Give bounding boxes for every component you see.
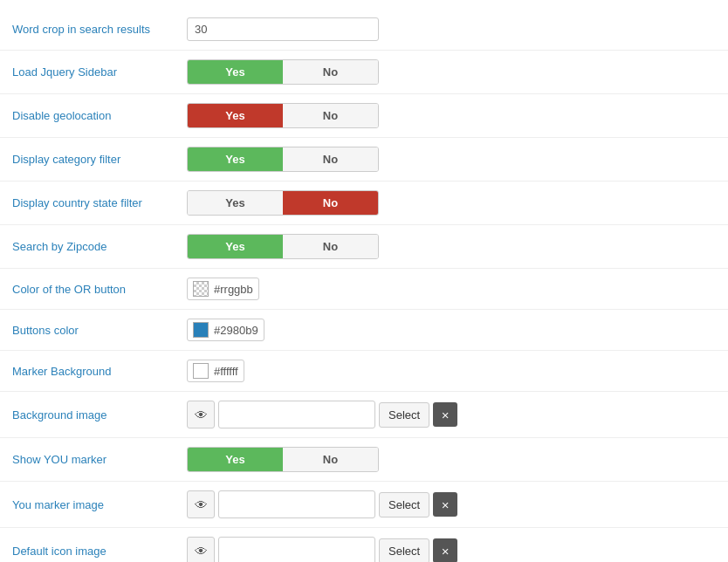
select-button-background-image[interactable]: Select bbox=[379, 402, 429, 428]
toggle-no-disable-geolocation[interactable]: No bbox=[283, 104, 378, 127]
row-display-country: Display country state filterYesNo bbox=[0, 182, 728, 225]
file-input-you-marker-image[interactable] bbox=[218, 490, 375, 518]
control-word-crop bbox=[175, 9, 728, 51]
label-disable-geolocation: Disable geolocation bbox=[0, 94, 175, 138]
toggle-yes-search-zipcode[interactable]: Yes bbox=[188, 235, 283, 258]
eye-button-default-icon-image[interactable]: 👁 bbox=[187, 537, 215, 562]
label-load-jquery: Load Jquery Sidebar bbox=[0, 51, 175, 94]
control-or-button-color: #rrggbb bbox=[175, 269, 728, 310]
label-background-image: Background image bbox=[0, 392, 175, 438]
color-value-marker-background: #ffffff bbox=[214, 365, 238, 378]
toggle-group-show-you-marker: YesNo bbox=[187, 447, 379, 472]
select-button-default-icon-image[interactable]: Select bbox=[379, 538, 429, 563]
settings-table: Word crop in search resultsLoad Jquery S… bbox=[0, 9, 728, 562]
file-row-you-marker-image: 👁Select× bbox=[187, 490, 457, 518]
label-marker-background: Marker Background bbox=[0, 351, 175, 392]
control-background-image: 👁Select× bbox=[175, 392, 728, 438]
row-load-jquery: Load Jquery SidebarYesNo bbox=[0, 51, 728, 94]
file-input-background-image[interactable] bbox=[218, 401, 375, 428]
toggle-group-display-category: YesNo bbox=[187, 147, 379, 172]
toggle-yes-disable-geolocation[interactable]: Yes bbox=[188, 104, 283, 127]
control-marker-background: #ffffff bbox=[175, 351, 728, 392]
toggle-yes-display-category[interactable]: Yes bbox=[188, 147, 283, 171]
row-buttons-color: Buttons color#2980b9 bbox=[0, 310, 728, 351]
label-default-icon-image: Default icon image bbox=[0, 528, 175, 563]
control-display-country: YesNo bbox=[175, 182, 728, 225]
label-search-zipcode: Search by Zipcode bbox=[0, 225, 175, 269]
toggle-group-load-jquery: YesNo bbox=[187, 59, 379, 85]
close-button-background-image[interactable]: × bbox=[433, 402, 457, 427]
row-word-crop: Word crop in search results bbox=[0, 9, 728, 51]
row-you-marker-image: You marker image👁Select× bbox=[0, 482, 728, 528]
row-background-image: Background image👁Select× bbox=[0, 392, 728, 438]
toggle-group-disable-geolocation: YesNo bbox=[187, 103, 379, 128]
control-default-icon-image: 👁Select× bbox=[175, 528, 728, 563]
toggle-no-show-you-marker[interactable]: No bbox=[283, 448, 378, 471]
close-button-you-marker-image[interactable]: × bbox=[433, 492, 457, 517]
control-load-jquery: YesNo bbox=[175, 51, 728, 94]
toggle-group-display-country: YesNo bbox=[187, 190, 379, 216]
control-search-zipcode: YesNo bbox=[175, 225, 728, 269]
label-show-you-marker: Show YOU marker bbox=[0, 438, 175, 482]
color-swatch-buttons-color bbox=[193, 322, 209, 338]
eye-button-you-marker-image[interactable]: 👁 bbox=[187, 490, 215, 518]
row-show-you-marker: Show YOU markerYesNo bbox=[0, 438, 728, 482]
color-value-buttons-color: #2980b9 bbox=[214, 324, 258, 337]
control-buttons-color: #2980b9 bbox=[175, 310, 728, 351]
control-disable-geolocation: YesNo bbox=[175, 94, 728, 138]
color-swatch-or-button-color bbox=[193, 281, 209, 297]
control-show-you-marker: YesNo bbox=[175, 438, 728, 482]
row-display-category: Display category filterYesNo bbox=[0, 138, 728, 182]
toggle-no-display-category[interactable]: No bbox=[283, 147, 378, 171]
color-row-or-button-color[interactable]: #rrggbb bbox=[187, 278, 259, 300]
label-or-button-color: Color of the OR button bbox=[0, 269, 175, 310]
eye-button-background-image[interactable]: 👁 bbox=[187, 401, 215, 428]
row-disable-geolocation: Disable geolocationYesNo bbox=[0, 94, 728, 138]
row-or-button-color: Color of the OR button#rrggbb bbox=[0, 269, 728, 310]
color-row-buttons-color[interactable]: #2980b9 bbox=[187, 319, 264, 341]
row-search-zipcode: Search by ZipcodeYesNo bbox=[0, 225, 728, 269]
toggle-yes-load-jquery[interactable]: Yes bbox=[188, 60, 283, 84]
close-button-default-icon-image[interactable]: × bbox=[433, 538, 457, 562]
toggle-no-search-zipcode[interactable]: No bbox=[283, 235, 378, 258]
color-value-or-button-color: #rrggbb bbox=[214, 283, 253, 296]
label-word-crop: Word crop in search results bbox=[0, 9, 175, 51]
color-row-marker-background[interactable]: #ffffff bbox=[187, 360, 244, 382]
label-buttons-color: Buttons color bbox=[0, 310, 175, 351]
toggle-no-display-country[interactable]: No bbox=[283, 191, 378, 215]
control-display-category: YesNo bbox=[175, 138, 728, 182]
color-swatch-marker-background bbox=[193, 363, 209, 379]
toggle-yes-show-you-marker[interactable]: Yes bbox=[188, 448, 283, 471]
file-row-default-icon-image: 👁Select× bbox=[187, 537, 457, 562]
toggle-group-search-zipcode: YesNo bbox=[187, 234, 379, 259]
label-display-category: Display category filter bbox=[0, 138, 175, 182]
select-button-you-marker-image[interactable]: Select bbox=[379, 492, 429, 517]
toggle-no-load-jquery[interactable]: No bbox=[283, 60, 378, 84]
input-word-crop[interactable] bbox=[187, 17, 379, 41]
label-display-country: Display country state filter bbox=[0, 182, 175, 225]
toggle-yes-display-country[interactable]: Yes bbox=[188, 191, 283, 215]
file-input-default-icon-image[interactable] bbox=[218, 537, 375, 562]
control-you-marker-image: 👁Select× bbox=[175, 482, 728, 528]
file-row-background-image: 👁Select× bbox=[187, 401, 457, 428]
label-you-marker-image: You marker image bbox=[0, 482, 175, 528]
row-default-icon-image: Default icon image👁Select× bbox=[0, 528, 728, 563]
row-marker-background: Marker Background#ffffff bbox=[0, 351, 728, 392]
